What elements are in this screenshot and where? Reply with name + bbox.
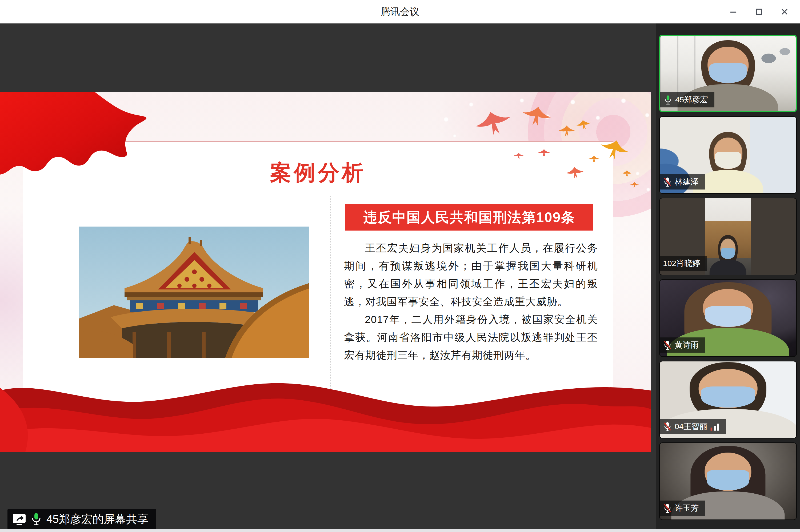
shared-screen-stage: 案例分析 [0, 23, 656, 532]
participants-sidebar: 45郑彦宏林建泽102肖晓婷黄诗雨04王智丽许玉芳 [656, 23, 800, 532]
case-paragraph: 2017年，二人用外籍身份入境，被国家安全机关拿获。河南省洛阳市中级人民法院以叛… [344, 310, 598, 364]
window-bottom-edge [0, 529, 800, 532]
face-mask [709, 63, 747, 83]
participant-name-bar: 许玉芳 [660, 500, 705, 516]
maximize-button[interactable] [746, 0, 772, 23]
face-mask [721, 248, 735, 259]
torso [710, 260, 746, 275]
participant-name-bar: 04王智丽 [660, 419, 726, 434]
participant-name-bar: 林建泽 [660, 174, 705, 190]
participant-tile[interactable]: 04王智丽 [659, 361, 797, 438]
mic-muted-icon [663, 422, 672, 432]
screen-share-icon [12, 513, 26, 526]
face-mask [707, 470, 749, 490]
close-icon [780, 7, 789, 17]
window-controls [721, 0, 797, 23]
case-paragraph: 王丕宏夫妇身为国家机关工作人员，在履行公务期间，有预谋叛逃境外；由于掌握我国大量… [344, 239, 598, 310]
mic-muted-icon [663, 177, 672, 187]
participant-name: 许玉芳 [675, 503, 699, 514]
participant-tile[interactable]: 许玉芳 [659, 442, 797, 520]
participant-tile[interactable]: 45郑彦宏 [659, 35, 797, 112]
participant-name: 04王智丽 [675, 421, 707, 432]
participant-tile[interactable]: 黄诗雨 [659, 279, 797, 357]
face-mask [701, 386, 755, 408]
participant-name: 林建泽 [675, 176, 699, 187]
participant-name: 102肖晓婷 [663, 258, 700, 269]
case-analysis-text: 王丕宏夫妇身为国家机关工作人员，在履行公务期间，有预谋叛逃境外；由于掌握我国大量… [344, 239, 598, 364]
maximize-icon [754, 7, 764, 17]
titlebar: 腾讯会议 [0, 0, 800, 23]
mic-on-icon [31, 512, 42, 526]
face-mask [715, 152, 741, 169]
mic-on-icon [664, 95, 672, 105]
participant-tile[interactable]: 林建泽 [659, 116, 797, 194]
law-banner: 违反中国人民共和国刑法第109条 [345, 204, 593, 231]
participant-name: 黄诗雨 [675, 340, 699, 350]
participant-tile[interactable]: 102肖晓婷 [659, 198, 797, 275]
slide-title: 案例分析 [23, 158, 613, 187]
mic-muted-icon [663, 503, 672, 513]
participant-name-bar: 102肖晓婷 [660, 256, 707, 271]
minimize-button[interactable] [721, 0, 746, 23]
close-button[interactable] [772, 0, 797, 23]
presentation-slide: 案例分析 [0, 92, 651, 452]
tencent-meeting-window: 腾讯会议 [0, 0, 800, 532]
participant-figure [696, 132, 760, 193]
minimize-icon [728, 7, 739, 17]
forbidden-city-roofs-photo [79, 227, 309, 358]
mic-muted-icon [663, 340, 672, 350]
participant-name-bar: 45郑彦宏 [660, 92, 714, 108]
red-curtain-decoration [0, 372, 651, 452]
face-mask [705, 306, 751, 327]
window-title: 腾讯会议 [0, 0, 800, 23]
participant-name: 45郑彦宏 [675, 94, 708, 105]
screen-share-label: 45郑彦宏的屏幕共享 [46, 512, 149, 527]
participant-name-bar: 黄诗雨 [660, 338, 705, 353]
network-signal-icon [710, 422, 720, 431]
screen-share-indicator: 45郑彦宏的屏幕共享 [7, 509, 156, 529]
participant-figure [712, 235, 745, 275]
